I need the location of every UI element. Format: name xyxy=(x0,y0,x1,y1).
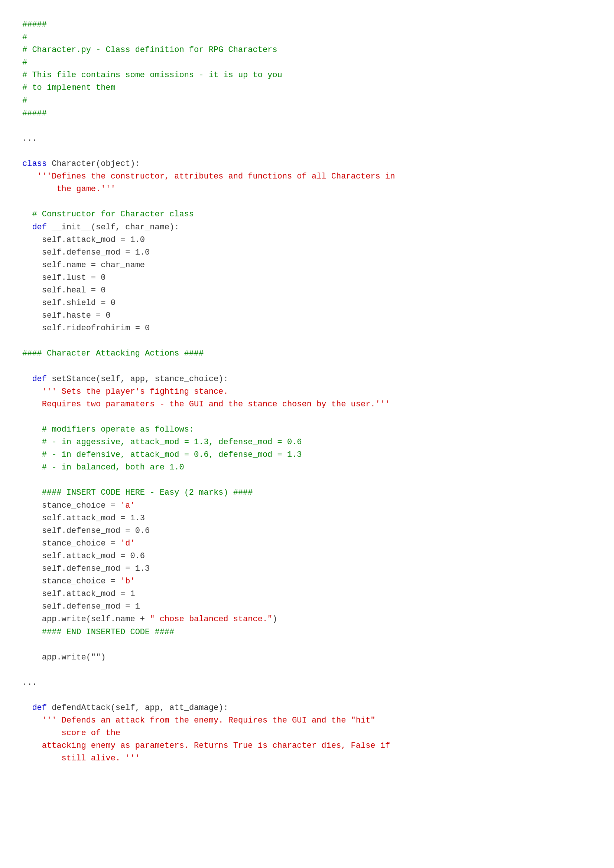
code-line: the game.''' xyxy=(22,183,592,195)
code-line: self.name = char_name xyxy=(22,259,592,272)
code-line: #### END INSERTED CODE #### xyxy=(22,626,592,639)
code-line: self.attack_mod = 1.0 xyxy=(22,234,592,246)
code-line: self.defense_mod = 1 xyxy=(22,600,592,613)
code-line: # - in aggessive, attack_mod = 1.3, defe… xyxy=(22,436,592,449)
code-line xyxy=(22,411,592,423)
code-line: self.defense_mod = 1.3 xyxy=(22,563,592,575)
code-line: app.write("") xyxy=(22,651,592,664)
code-line: '''Defines the constructor, attributes a… xyxy=(22,170,592,183)
code-line: ... xyxy=(22,676,592,689)
code-line: # xyxy=(22,95,592,107)
code-line: stance_choice = 'd' xyxy=(22,537,592,550)
code-line xyxy=(22,145,592,158)
code-line: stance_choice = 'b' xyxy=(22,575,592,588)
code-line: ... xyxy=(22,132,592,145)
code-line: class Character(object): xyxy=(22,158,592,170)
code-line xyxy=(22,689,592,702)
code-line: self.attack_mod = 0.6 xyxy=(22,550,592,563)
code-line: attacking enemy as parameters. Returns T… xyxy=(22,739,592,752)
code-line: def setStance(self, app, stance_choice): xyxy=(22,373,592,386)
code-line xyxy=(22,335,592,347)
code-line: self.attack_mod = 1.3 xyxy=(22,512,592,525)
code-line xyxy=(22,360,592,373)
code-line: ''' Sets the player's fighting stance. xyxy=(22,386,592,398)
code-line: still alive. ''' xyxy=(22,752,592,765)
code-line xyxy=(22,664,592,676)
code-line: # to implement them xyxy=(22,82,592,94)
code-line: # xyxy=(22,31,592,44)
code-line: self.lust = 0 xyxy=(22,272,592,284)
code-line: app.write(self.name + " chose balanced s… xyxy=(22,613,592,626)
code-line xyxy=(22,195,592,208)
code-line: def defendAttack(self, app, att_damage): xyxy=(22,702,592,715)
code-line: self.rideofrohirim = 0 xyxy=(22,322,592,335)
code-line: # modifiers operate as follows: xyxy=(22,423,592,436)
code-line: self.shield = 0 xyxy=(22,297,592,310)
code-line xyxy=(22,120,592,132)
code-line xyxy=(22,639,592,651)
code-line: self.defense_mod = 1.0 xyxy=(22,246,592,259)
code-line xyxy=(22,474,592,487)
code-line: def __init__(self, char_name): xyxy=(22,221,592,234)
code-line: #### Character Attacking Actions #### xyxy=(22,347,592,360)
code-display: ####### Character.py - Class definition … xyxy=(22,19,592,765)
code-line: #### INSERT CODE HERE - Easy (2 marks) #… xyxy=(22,487,592,499)
code-line: self.attack_mod = 1 xyxy=(22,588,592,600)
code-line: # - in defensive, attack_mod = 0.6, defe… xyxy=(22,449,592,461)
code-line: ##### xyxy=(22,107,592,120)
code-line: self.defense_mod = 0.6 xyxy=(22,525,592,537)
code-line: Requires two paramaters - the GUI and th… xyxy=(22,398,592,411)
code-line: # Character.py - Class definition for RP… xyxy=(22,44,592,56)
code-line: stance_choice = 'a' xyxy=(22,499,592,512)
code-line: # xyxy=(22,56,592,69)
code-line: self.heal = 0 xyxy=(22,284,592,297)
code-line: # - in balanced, both are 1.0 xyxy=(22,461,592,474)
code-line: # This file contains some omissions - it… xyxy=(22,69,592,82)
code-line: score of the xyxy=(22,727,592,739)
code-line: ''' Defends an attack from the enemy. Re… xyxy=(22,715,592,727)
code-line: ##### xyxy=(22,19,592,31)
code-line: self.haste = 0 xyxy=(22,310,592,322)
code-line: # Constructor for Character class xyxy=(22,208,592,221)
